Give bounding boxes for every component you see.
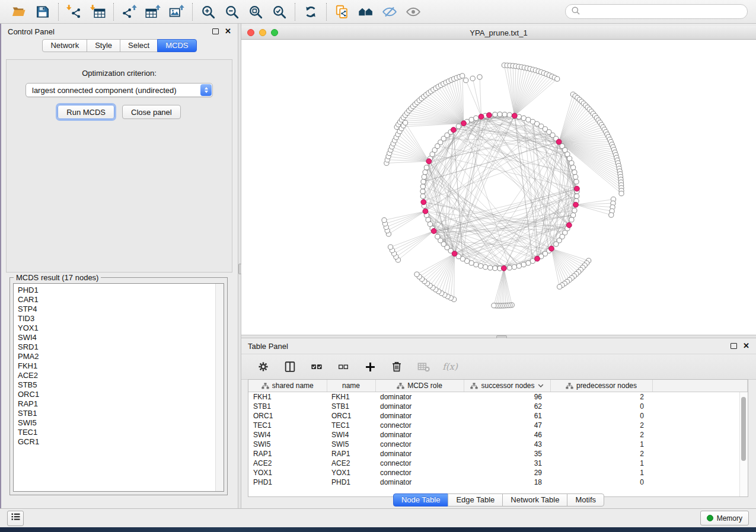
network-node[interactable] bbox=[426, 217, 430, 222]
save-session-button[interactable] bbox=[32, 2, 53, 21]
network-node[interactable] bbox=[474, 262, 479, 267]
mcds-node[interactable] bbox=[573, 202, 579, 207]
mcds-result-item[interactable]: SWI4 bbox=[18, 333, 214, 342]
tab-style[interactable]: Style bbox=[87, 39, 120, 52]
mcds-result-item[interactable]: CAR1 bbox=[18, 295, 214, 305]
mcds-result-item[interactable]: SRD1 bbox=[18, 342, 214, 352]
export-network-button[interactable] bbox=[119, 2, 140, 21]
network-node[interactable] bbox=[420, 189, 425, 194]
network-node[interactable] bbox=[507, 113, 512, 117]
network-node[interactable] bbox=[422, 175, 426, 180]
table-tab-edge-table[interactable]: Edge Table bbox=[448, 493, 503, 507]
network-node[interactable] bbox=[470, 76, 475, 81]
mcds-node[interactable] bbox=[487, 113, 492, 118]
network-node[interactable] bbox=[516, 264, 521, 268]
network-node[interactable] bbox=[526, 261, 531, 265]
mcds-result-item[interactable]: YOX1 bbox=[18, 323, 214, 333]
network-node[interactable] bbox=[474, 116, 479, 120]
network-node[interactable] bbox=[526, 117, 531, 122]
column-header-shared-name[interactable]: shared name bbox=[248, 380, 327, 392]
network-node[interactable] bbox=[507, 265, 512, 270]
mcds-node[interactable] bbox=[556, 139, 562, 145]
export-image-button[interactable] bbox=[166, 2, 187, 21]
mcds-result-item[interactable]: FKH1 bbox=[18, 361, 214, 371]
network-node[interactable] bbox=[502, 112, 507, 117]
mcds-result-item[interactable]: TEC1 bbox=[18, 428, 214, 437]
table-scrollbar[interactable] bbox=[739, 392, 748, 496]
column-pane-button[interactable] bbox=[281, 358, 299, 376]
network-node[interactable] bbox=[572, 208, 577, 213]
search-input[interactable] bbox=[583, 7, 742, 17]
add-column-button[interactable] bbox=[361, 358, 379, 376]
mcds-result-scrollbar[interactable] bbox=[215, 284, 224, 491]
network-node[interactable] bbox=[557, 284, 562, 289]
mcds-node[interactable] bbox=[423, 209, 428, 214]
table-row[interactable]: SWI5SWI5connector431 bbox=[248, 440, 748, 449]
table-row[interactable]: PHD1PHD1dominator180 bbox=[248, 477, 748, 487]
network-node[interactable] bbox=[469, 261, 474, 265]
mcds-node[interactable] bbox=[461, 121, 467, 126]
delete-column-button[interactable] bbox=[388, 358, 406, 376]
mcds-node[interactable] bbox=[431, 229, 436, 234]
network-node[interactable] bbox=[428, 222, 432, 226]
table-tab-motifs[interactable]: Motifs bbox=[567, 493, 604, 507]
network-node[interactable] bbox=[414, 272, 419, 277]
zoom-in-button[interactable] bbox=[197, 2, 219, 21]
mcds-node[interactable] bbox=[501, 265, 506, 271]
mcds-node[interactable] bbox=[451, 127, 456, 133]
mcds-node[interactable] bbox=[426, 159, 432, 164]
open-session-button[interactable] bbox=[8, 2, 30, 21]
network-node[interactable] bbox=[469, 117, 474, 122]
import-network-button[interactable] bbox=[63, 2, 85, 21]
network-node[interactable] bbox=[609, 213, 614, 217]
network-node[interactable] bbox=[493, 266, 497, 271]
table-tab-network-table[interactable]: Network Table bbox=[502, 493, 567, 507]
mcds-node[interactable] bbox=[421, 200, 426, 205]
network-node[interactable] bbox=[388, 245, 393, 249]
table-settings-button[interactable] bbox=[254, 358, 272, 376]
mcds-node[interactable] bbox=[549, 246, 554, 251]
network-node[interactable] bbox=[421, 180, 426, 184]
table-row[interactable]: YOX1YOX1connector291 bbox=[248, 468, 748, 477]
column-header-MCDS-role[interactable]: MCDS role bbox=[375, 380, 464, 392]
network-node[interactable] bbox=[574, 180, 579, 184]
optimization-criterion-select[interactable]: largest connected component (undirected) bbox=[25, 83, 213, 97]
network-node[interactable] bbox=[512, 265, 516, 270]
network-node[interactable] bbox=[567, 156, 572, 161]
network-canvas[interactable] bbox=[241, 40, 756, 335]
network-node[interactable] bbox=[573, 175, 578, 180]
memory-button[interactable]: Memory bbox=[700, 511, 749, 525]
network-node[interactable] bbox=[403, 120, 408, 125]
network-node[interactable] bbox=[569, 161, 574, 165]
mcds-result-item[interactable]: SWI5 bbox=[18, 418, 214, 428]
network-node[interactable] bbox=[492, 303, 496, 308]
first-neighbors-button[interactable] bbox=[355, 2, 377, 21]
float-panel-icon[interactable] bbox=[212, 28, 219, 34]
network-node[interactable] bbox=[483, 265, 488, 270]
mcds-result-item[interactable]: RAP1 bbox=[18, 399, 214, 409]
network-node[interactable] bbox=[420, 194, 425, 198]
table-tab-node-table[interactable]: Node Table bbox=[393, 493, 449, 507]
hide-selected-button[interactable] bbox=[379, 2, 400, 21]
table-row[interactable]: ACE2ACE2connector311 bbox=[248, 459, 748, 468]
export-table-button[interactable] bbox=[142, 2, 164, 21]
column-header-successor-nodes[interactable]: successor nodes bbox=[464, 380, 550, 392]
zoom-selected-button[interactable] bbox=[269, 2, 290, 21]
column-header-name[interactable]: name bbox=[327, 380, 375, 392]
mcds-node[interactable] bbox=[512, 113, 517, 118]
network-node[interactable] bbox=[382, 218, 387, 223]
mcds-result-item[interactable]: PHD1 bbox=[18, 286, 214, 295]
search-box[interactable] bbox=[565, 4, 748, 19]
mcds-node[interactable] bbox=[535, 256, 540, 261]
network-node[interactable] bbox=[479, 264, 483, 268]
close-panel-button[interactable]: Close panel bbox=[122, 105, 181, 119]
tab-select[interactable]: Select bbox=[120, 39, 158, 52]
mcds-result-item[interactable]: ACE2 bbox=[18, 371, 214, 380]
show-all-button[interactable] bbox=[403, 2, 424, 21]
table-row[interactable]: SWI4SWI4dominator462 bbox=[248, 430, 748, 440]
table-row[interactable]: STB1STB1dominator620 bbox=[248, 402, 748, 411]
mcds-result-item[interactable]: ORC1 bbox=[18, 390, 214, 399]
table-row[interactable]: FKH1FKH1dominator962 bbox=[248, 392, 748, 402]
network-node[interactable] bbox=[456, 124, 461, 129]
network-node[interactable] bbox=[619, 191, 624, 196]
